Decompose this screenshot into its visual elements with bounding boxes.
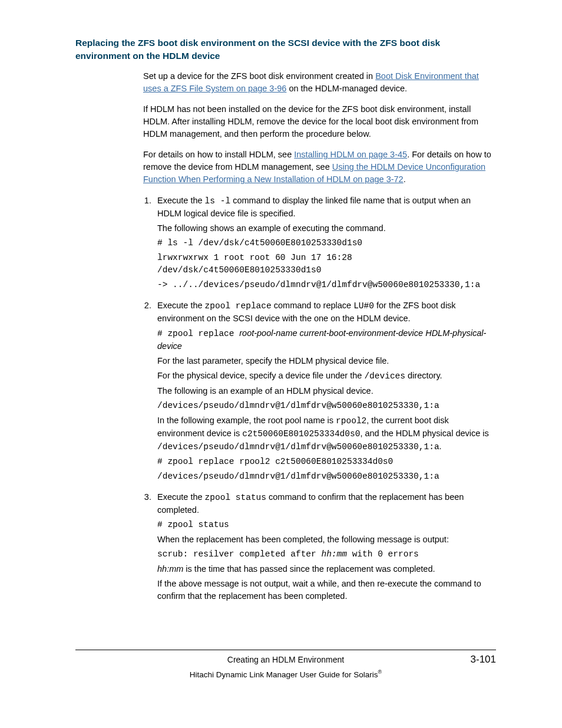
text: Hitachi Dynamic Link Manager User Guide …: [190, 670, 378, 678]
text: .: [439, 442, 442, 451]
text: For the physical device, specify a devic…: [157, 371, 364, 380]
code-line: /devices/pseudo/dlmndrv@1/dlmfdrv@w50060…: [157, 470, 496, 483]
inline-code: c2t50060E8010253334d0s0: [242, 429, 360, 439]
code-fragment: with 0 errors: [347, 549, 419, 559]
code-line: # zpool replace root-pool-name current-b…: [157, 327, 496, 353]
inline-code: LU#0: [353, 301, 374, 311]
text: In the following example, the root pool …: [157, 416, 336, 425]
code-line: scrub: resilver completed after hh:mm wi…: [157, 548, 496, 561]
text: If the above message is not output, wait…: [157, 578, 496, 602]
inline-code: zpool status: [205, 493, 266, 502]
text: on the HDLM-managed device.: [286, 84, 407, 93]
page-number: 3-101: [455, 653, 496, 667]
inline-code: rpool2: [336, 416, 366, 426]
section-heading: Replacing the ZFS boot disk environment …: [75, 37, 496, 62]
text: Execute the: [157, 492, 205, 502]
procedure-list: Execute the ls -l command to display the…: [131, 195, 496, 602]
text: .: [404, 174, 406, 184]
inline-code: ls -l: [205, 196, 231, 206]
code-fragment: # zpool replace: [157, 329, 239, 338]
inline-code: zpool replace: [205, 301, 272, 311]
text: The following is an example of an HDLM p…: [157, 385, 496, 397]
footer-section-title: Creating an HDLM Environment: [117, 654, 455, 666]
text: Execute the: [157, 196, 205, 205]
intro-para-3: For details on how to install HDLM, see …: [75, 149, 496, 186]
code-line: lrwxrwxrwx 1 root root 60 Jun 17 16:28 /…: [157, 252, 496, 276]
inline-code: /devices/pseudo/dlmndrv@1/dlmfdrv@w50060…: [157, 442, 439, 452]
inline-code: /devices: [364, 371, 405, 381]
text: Execute the: [157, 301, 205, 310]
text: , and the HDLM physical device is: [360, 429, 488, 438]
text: When the replacement has been completed,…: [157, 533, 496, 546]
text: hh:mm is the time that has passed since …: [157, 563, 496, 575]
footer-row: Creating an HDLM Environment 3-101: [75, 653, 496, 667]
text: For details on how to install HDLM, see: [143, 150, 294, 159]
var-name: hh:mm: [157, 564, 183, 574]
registered-mark: ®: [378, 669, 382, 675]
text: command to replace: [272, 301, 353, 310]
footer-guide-title: Hitachi Dynamic Link Manager User Guide …: [75, 668, 496, 680]
step-3: Execute the zpool status command to conf…: [154, 491, 496, 602]
step-1: Execute the ls -l command to display the…: [154, 195, 496, 291]
code-line: -> ../../devices/pseudo/dlmndrv@1/dlmfdr…: [157, 279, 496, 291]
text: is the time that has passed since the re…: [183, 564, 435, 574]
text: The following shows an example of execut…: [157, 222, 496, 235]
text: In the following example, the root pool …: [157, 414, 496, 453]
text: Set up a device for the ZFS boot disk en…: [143, 71, 375, 81]
code-line: # zpool status: [157, 519, 496, 531]
link-installing-hdlm[interactable]: Installing HDLM on page 3-45: [294, 150, 407, 159]
text: directory.: [405, 371, 442, 380]
text: For the physical device, specify a devic…: [157, 370, 496, 383]
code-line: # zpool replace rpool2 c2t50060E80102533…: [157, 456, 496, 468]
code-var: hh:mm: [321, 549, 347, 559]
code-line: /devices/pseudo/dlmndrv@1/dlmfdrv@w50060…: [157, 400, 496, 412]
intro-para-2: If HDLM has not been installed on the de…: [75, 103, 496, 140]
code-line: # ls -l /dev/dsk/c4t50060E8010253330d1s0: [157, 237, 496, 249]
step-2: Execute the zpool replace command to rep…: [154, 299, 496, 483]
text: For the last parameter, specify the HDLM…: [157, 355, 496, 367]
footer-rule: [75, 650, 496, 650]
code-fragment: scrub: resilver completed after: [157, 549, 321, 559]
intro-para-1: Set up a device for the ZFS boot disk en…: [75, 70, 496, 95]
